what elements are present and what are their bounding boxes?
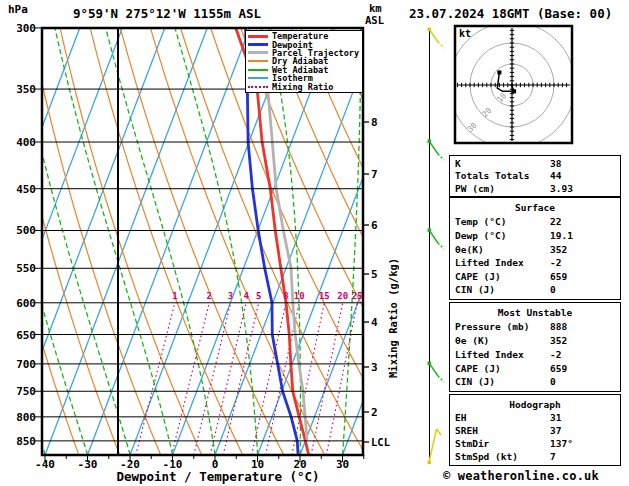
table-row-label: Lifted Index bbox=[455, 350, 550, 360]
table-row-value: 352 bbox=[550, 245, 567, 255]
legend-swatch-mixing-ratio bbox=[248, 86, 268, 88]
mixing-ratio-value-label: 1 bbox=[165, 291, 185, 301]
stats-table-hodograph: HodographEH31SREH37StmDir137°StmSpd (kt)… bbox=[449, 394, 621, 466]
table-row: θe (K)352 bbox=[455, 336, 620, 346]
table-row-value: 137° bbox=[550, 439, 573, 449]
temp-label: -40 bbox=[30, 458, 60, 471]
mixing-ratio-value-label: 2 bbox=[199, 291, 219, 301]
table-title: Most Unstable bbox=[455, 307, 620, 318]
pressure-label: 450 bbox=[6, 183, 36, 196]
temp-label: -20 bbox=[115, 458, 145, 471]
pressure-label: 650 bbox=[6, 329, 36, 342]
table-row: StmDir137° bbox=[455, 439, 620, 449]
legend-swatch-dry-adiabat bbox=[248, 60, 268, 62]
table-row-value: 888 bbox=[550, 322, 567, 332]
legend-item: Mixing Ratio bbox=[248, 82, 362, 90]
table-row: Pressure (mb)888 bbox=[455, 322, 620, 332]
legend-box: TemperatureDewpointParcel TrajectoryDry … bbox=[245, 30, 363, 93]
table-row: θe(K)352 bbox=[455, 245, 620, 255]
table-row-label: CAPE (J) bbox=[455, 272, 550, 282]
table-row-label: θe (K) bbox=[455, 336, 550, 346]
run-datetime: 23.07.2024 18GMT (Base: 00) bbox=[409, 6, 612, 21]
km-label: 7 bbox=[371, 168, 378, 181]
temp-label: 20 bbox=[285, 458, 315, 471]
table-row: SREH37 bbox=[455, 426, 620, 436]
legend-swatch-parcel-trajectory bbox=[248, 51, 268, 54]
km-label: 5 bbox=[371, 268, 378, 281]
table-row: PW (cm)3.93 bbox=[455, 184, 620, 194]
table-row-value: 22 bbox=[550, 217, 561, 227]
km-label: 2 bbox=[371, 406, 378, 419]
mixing-ratio-value-label: 10 bbox=[289, 291, 309, 301]
table-row-value: 3.93 bbox=[550, 184, 573, 194]
pressure-label: 300 bbox=[6, 22, 36, 35]
legend-label: Mixing Ratio bbox=[272, 82, 333, 92]
pressure-label: 750 bbox=[6, 385, 36, 398]
mixing-ratio-value-label: 25 bbox=[347, 291, 367, 301]
table-row-value: 37 bbox=[550, 426, 561, 436]
table-row: CIN (J)0 bbox=[455, 285, 620, 295]
temp-label: -10 bbox=[158, 458, 188, 471]
table-row-label: StmDir bbox=[455, 439, 550, 449]
temp-label: 0 bbox=[200, 458, 230, 471]
pressure-label: 400 bbox=[6, 136, 36, 149]
table-row-value: 38 bbox=[550, 159, 561, 169]
altitude-axis-unit-km: km bbox=[369, 2, 382, 14]
table-row-value: 0 bbox=[550, 377, 556, 387]
table-row-label: Lifted Index bbox=[455, 258, 550, 268]
table-row-value: 19.1 bbox=[550, 231, 573, 241]
hodograph-unit-label: kt bbox=[459, 28, 471, 39]
table-title: Surface bbox=[455, 202, 620, 213]
stats-table-surface: SurfaceTemp (°C)22Dewp (°C)19.1θe(K)352L… bbox=[449, 197, 621, 300]
table-row: Totals Totals44 bbox=[455, 171, 620, 181]
table-row-label: Totals Totals bbox=[455, 171, 550, 181]
table-row: StmSpd (kt)7 bbox=[455, 452, 620, 462]
pressure-label: 850 bbox=[6, 435, 36, 448]
temp-axis-title: Dewpoint / Temperature (°C) bbox=[88, 469, 348, 484]
table-row-value: 31 bbox=[550, 413, 561, 423]
table-row: CIN (J)0 bbox=[455, 377, 620, 387]
lcl-label: LCL bbox=[371, 436, 390, 448]
table-row-value: 0 bbox=[550, 285, 556, 295]
table-row-label: θe(K) bbox=[455, 245, 550, 255]
table-row-label: SREH bbox=[455, 426, 550, 436]
temp-label: -30 bbox=[73, 458, 103, 471]
stats-table-most-unstable: Most UnstablePressure (mb)888θe (K)352Li… bbox=[449, 302, 621, 392]
km-label: 8 bbox=[371, 116, 378, 129]
table-row-label: Temp (°C) bbox=[455, 217, 550, 227]
table-row-label: EH bbox=[455, 413, 550, 423]
pressure-label: 700 bbox=[6, 358, 36, 371]
pressure-label: 550 bbox=[6, 262, 36, 275]
table-row-label: StmSpd (kt) bbox=[455, 452, 550, 462]
table-row-label: Pressure (mb) bbox=[455, 322, 550, 332]
credit-text: © weatheronline.co.uk bbox=[443, 469, 599, 483]
km-label: 4 bbox=[371, 316, 378, 329]
table-row-label: PW (cm) bbox=[455, 184, 550, 194]
legend-swatch-isotherm bbox=[248, 77, 268, 79]
temp-label: 10 bbox=[243, 458, 273, 471]
table-row-value: 44 bbox=[550, 171, 561, 181]
table-row-value: -2 bbox=[550, 350, 561, 360]
table-row-label: CAPE (J) bbox=[455, 364, 550, 374]
table-row-label: CIN (J) bbox=[455, 285, 550, 295]
table-row: K38 bbox=[455, 159, 620, 169]
km-label: 3 bbox=[371, 361, 378, 374]
km-label: 6 bbox=[371, 219, 378, 232]
table-row: EH31 bbox=[455, 413, 620, 423]
table-row-value: 659 bbox=[550, 364, 567, 374]
table-row-value: -2 bbox=[550, 258, 561, 268]
mixing-ratio-axis-title: Mixing Ratio (g/kg) bbox=[387, 203, 399, 378]
table-row-label: K bbox=[455, 159, 550, 169]
table-row: CAPE (J)659 bbox=[455, 272, 620, 282]
page-title: 9°59'N 275°12'W 1155m ASL bbox=[42, 6, 292, 21]
mixing-ratio-value-label: 15 bbox=[314, 291, 334, 301]
temp-label: 30 bbox=[328, 458, 358, 471]
legend-swatch-wet-adiabat bbox=[248, 69, 268, 71]
pressure-label: 350 bbox=[6, 83, 36, 96]
altitude-axis-unit-asl: ASL bbox=[365, 14, 384, 26]
table-row: Lifted Index-2 bbox=[455, 350, 620, 360]
pressure-axis-unit: hPa bbox=[8, 3, 28, 16]
pressure-label: 600 bbox=[6, 297, 36, 310]
table-row-label: CIN (J) bbox=[455, 377, 550, 387]
pressure-label: 800 bbox=[6, 411, 36, 424]
